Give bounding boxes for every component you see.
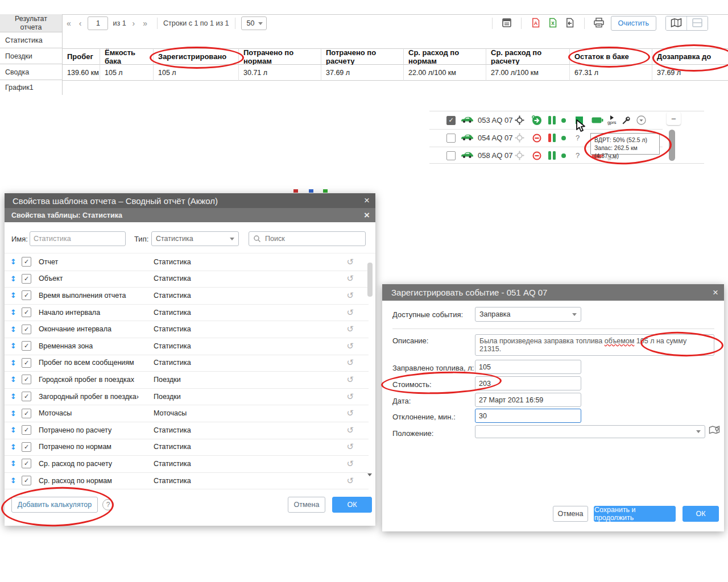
- column-header[interactable]: Пробег: [63, 48, 100, 65]
- close-icon[interactable]: ×: [713, 287, 718, 298]
- clear-button[interactable]: Очистить: [611, 16, 656, 31]
- undo-icon[interactable]: ↺: [346, 341, 354, 351]
- column-header[interactable]: Потрачено по расчету: [321, 48, 404, 65]
- save-and-continue-button[interactable]: Сохранить и продолжить: [594, 506, 676, 522]
- drag-handle-icon[interactable]: ↕: [10, 426, 18, 434]
- undo-icon[interactable]: ↺: [346, 357, 354, 368]
- item-checkbox[interactable]: ✓: [22, 358, 31, 368]
- undo-icon[interactable]: ↺: [346, 408, 354, 418]
- locate-on-map-icon[interactable]: [515, 115, 524, 125]
- sidebar-item-statistika[interactable]: Статистика: [0, 32, 63, 48]
- list-scroll-down[interactable]: [367, 476, 372, 487]
- drag-handle-icon[interactable]: ↕: [10, 443, 18, 451]
- locate-on-map-icon[interactable]: [515, 151, 524, 160]
- drag-handle-icon[interactable]: ↕: [10, 275, 18, 283]
- available-events-select[interactable]: Заправка: [475, 307, 581, 322]
- cancel-button[interactable]: Отмена: [288, 497, 325, 513]
- item-checkbox[interactable]: ✓: [22, 290, 31, 300]
- undo-icon[interactable]: ↺: [346, 290, 354, 301]
- undo-icon[interactable]: ↺: [346, 425, 354, 435]
- list-item[interactable]: ↕✓Городской пробег в поездкахПоездки↺: [5, 371, 369, 389]
- list-item[interactable]: ↕✓ОбъектСтатистика↺: [5, 271, 369, 288]
- column-header[interactable]: Ср. расход по нормам: [404, 48, 486, 65]
- split-view-toggle[interactable]: [686, 16, 708, 30]
- item-checkbox[interactable]: ✓: [22, 274, 31, 284]
- last-page-button[interactable]: »: [139, 19, 151, 28]
- type-select[interactable]: Статистика: [151, 231, 239, 246]
- unit-name[interactable]: 053 AQ 07: [478, 116, 518, 124]
- list-item[interactable]: ↕✓Начало интервалаСтатистика↺: [5, 304, 369, 322]
- report-template-button[interactable]: [498, 16, 515, 30]
- item-checkbox[interactable]: ✓: [22, 476, 31, 485]
- deviation-input[interactable]: [475, 409, 581, 423]
- item-checkbox[interactable]: ✓: [22, 459, 31, 468]
- next-page-button[interactable]: ›: [129, 19, 139, 28]
- drag-handle-icon[interactable]: ↕: [10, 359, 18, 367]
- drag-handle-icon[interactable]: ↕: [10, 257, 18, 266]
- sidebar-item-poezdki[interactable]: Поездки: [0, 48, 63, 64]
- item-checkbox[interactable]: ✓: [22, 409, 31, 418]
- list-item[interactable]: ↕✓Временная зонаСтатистика↺: [5, 338, 369, 355]
- sidebar-item-svodka[interactable]: Сводка: [0, 64, 63, 80]
- drag-handle-icon[interactable]: ↕: [10, 459, 18, 468]
- list-item[interactable]: ↕✓Пробег по всем сообщениямСтатистика↺: [5, 355, 369, 372]
- undo-icon[interactable]: ↺: [346, 257, 354, 267]
- drag-handle-icon[interactable]: ↕: [10, 308, 18, 317]
- item-checkbox[interactable]: ✓: [22, 325, 31, 334]
- connection-state-icon[interactable]: [561, 136, 566, 140]
- motion-state-icon[interactable]: [532, 115, 542, 126]
- search-input[interactable]: [264, 234, 361, 243]
- list-item[interactable]: ↕✓ОтчетСтатистика↺: [5, 253, 369, 271]
- drag-handle-icon[interactable]: ↕: [10, 375, 18, 384]
- map-view-toggle[interactable]: [666, 16, 686, 30]
- add-calculator-button[interactable]: Добавить калькулятор: [11, 497, 98, 513]
- ok-button[interactable]: ОК: [682, 506, 719, 522]
- item-checkbox[interactable]: ✓: [22, 375, 31, 384]
- data-accuracy-icon[interactable]: [547, 151, 556, 160]
- undo-icon[interactable]: ↺: [346, 442, 354, 452]
- page-number-input[interactable]: [88, 16, 108, 30]
- item-checkbox[interactable]: ✓: [22, 257, 31, 267]
- export-excel-button[interactable]: x: [544, 16, 561, 30]
- list-item[interactable]: ↕✓Загородный пробег в поездка›Поездки↺: [5, 388, 369, 406]
- unit-row[interactable]: ✓ 053 AQ 07 gprs: [429, 111, 663, 130]
- search-box[interactable]: [249, 231, 366, 246]
- drag-handle-icon[interactable]: ↕: [10, 291, 18, 300]
- undo-icon[interactable]: ↺: [346, 459, 354, 469]
- locate-on-map-icon[interactable]: [515, 133, 524, 143]
- position-select[interactable]: [475, 425, 705, 438]
- drag-handle-icon[interactable]: ↕: [10, 392, 18, 401]
- list-item[interactable]: ↕✓Потрачено по расчетуСтатистика↺: [5, 422, 369, 439]
- motion-state-icon[interactable]: [532, 134, 541, 143]
- name-input[interactable]: [30, 231, 126, 246]
- list-scrollbar-thumb[interactable]: [367, 263, 373, 297]
- list-item[interactable]: ↕✓Время выполнения отчетаСтатистика↺: [5, 287, 369, 305]
- date-input[interactable]: [475, 393, 581, 407]
- drag-handle-icon[interactable]: ↕: [10, 409, 18, 418]
- data-accuracy-icon[interactable]: [547, 116, 556, 124]
- close-icon[interactable]: ×: [364, 195, 370, 206]
- item-checkbox[interactable]: ✓: [22, 425, 31, 435]
- column-header[interactable]: Остаток в баке: [570, 48, 652, 65]
- drag-handle-icon[interactable]: ↕: [10, 342, 18, 350]
- column-header[interactable]: Дозаправка до: [652, 48, 728, 65]
- close-icon[interactable]: ×: [364, 210, 370, 221]
- item-checkbox[interactable]: ✓: [22, 341, 31, 351]
- data-accuracy-icon[interactable]: [547, 134, 556, 142]
- item-checkbox[interactable]: ✓: [22, 442, 31, 452]
- map-zoom-out-button[interactable]: −: [667, 112, 681, 125]
- column-header[interactable]: Ёмкость бака: [100, 48, 154, 65]
- page-size-select[interactable]: 50: [241, 16, 267, 30]
- list-item[interactable]: ↕✓Ср. расход по расчетуСтатистика↺: [5, 455, 369, 473]
- unit-menu-icon[interactable]: [636, 115, 646, 125]
- first-page-button[interactable]: «: [63, 19, 75, 28]
- item-checkbox[interactable]: ✓: [22, 392, 31, 401]
- undo-icon[interactable]: ↺: [346, 392, 354, 402]
- cancel-button[interactable]: Отмена: [553, 506, 588, 522]
- unit-checkbox[interactable]: [446, 151, 456, 160]
- cost-input[interactable]: [475, 376, 581, 390]
- undo-icon[interactable]: ↺: [346, 307, 354, 318]
- sidebar-item-grafik1[interactable]: График1: [0, 80, 63, 95]
- battery-icon[interactable]: [592, 117, 603, 123]
- drag-handle-icon[interactable]: ↕: [10, 325, 18, 334]
